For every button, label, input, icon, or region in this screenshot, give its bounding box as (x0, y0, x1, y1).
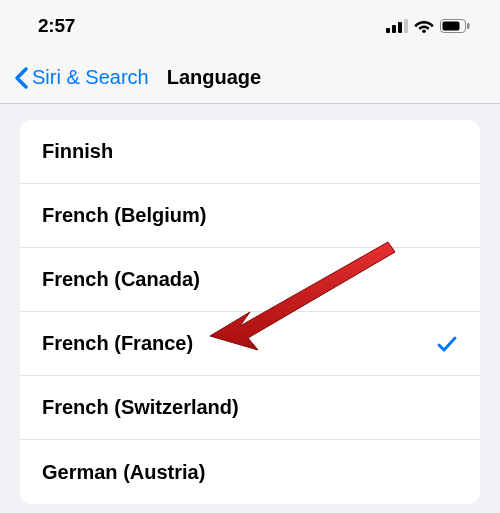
language-row-finnish[interactable]: Finnish (20, 120, 480, 184)
back-label: Siri & Search (32, 66, 149, 89)
status-bar: 2:57 (0, 0, 500, 52)
svg-rect-7 (467, 23, 470, 29)
language-row-french-belgium[interactable]: French (Belgium) (20, 184, 480, 248)
page-title: Language (167, 66, 261, 89)
checkmark-icon (436, 333, 458, 355)
status-time: 2:57 (38, 15, 75, 37)
svg-point-4 (422, 29, 426, 33)
svg-rect-0 (386, 28, 390, 33)
language-label: French (Canada) (42, 268, 200, 291)
language-label: French (Switzerland) (42, 396, 239, 419)
language-row-french-france[interactable]: French (France) (20, 312, 480, 376)
svg-rect-3 (404, 19, 408, 33)
svg-rect-2 (398, 22, 402, 33)
nav-bar: Siri & Search Language (0, 52, 500, 104)
svg-rect-6 (443, 22, 460, 31)
battery-icon (440, 19, 470, 33)
language-label: Finnish (42, 140, 113, 163)
cellular-signal-icon (386, 19, 408, 33)
svg-rect-1 (392, 25, 396, 33)
wifi-icon (414, 19, 434, 33)
status-icons (386, 19, 470, 33)
language-label: French (Belgium) (42, 204, 206, 227)
language-label: French (France) (42, 332, 193, 355)
language-label: German (Austria) (42, 461, 205, 484)
language-list: Finnish French (Belgium) French (Canada)… (20, 120, 480, 504)
language-row-french-switzerland[interactable]: French (Switzerland) (20, 376, 480, 440)
language-row-french-canada[interactable]: French (Canada) (20, 248, 480, 312)
language-row-german-austria[interactable]: German (Austria) (20, 440, 480, 504)
chevron-left-icon (14, 67, 28, 89)
back-button[interactable]: Siri & Search (14, 66, 149, 89)
